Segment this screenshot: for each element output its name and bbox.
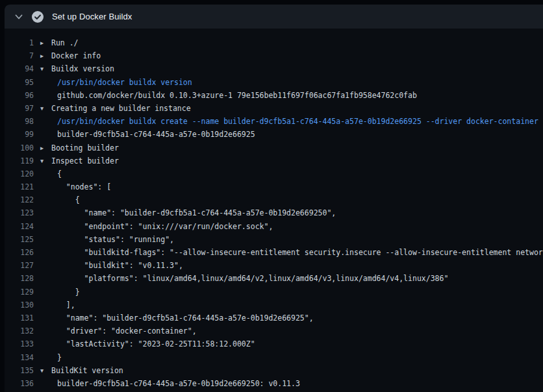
log-text: {	[57, 167, 62, 180]
log-lines: 1▶Run ./7▶Docker info94▼Buildx version95…	[5, 29, 543, 390]
log-text: "driver": "docker-container",	[57, 325, 197, 337]
line-number[interactable]: 7	[5, 49, 34, 62]
log-row: 132 "driver": "docker-container",	[5, 325, 543, 337]
group-title[interactable]: Booting builder	[51, 141, 119, 154]
log-row: 136builder-d9cfb5a1-c764-445a-a57e-0b19d…	[5, 377, 543, 390]
log-text: "nodes": [	[57, 180, 111, 193]
group-expand-icon[interactable]: ▶	[40, 49, 51, 62]
log-row: 1▶Run ./	[5, 36, 543, 49]
log-row: 95/usr/bin/docker buildx version	[5, 76, 543, 89]
line-number[interactable]: 126	[5, 246, 34, 259]
line-number[interactable]: 121	[5, 180, 34, 193]
log-row: 119▼Inspect builder	[5, 154, 543, 167]
chevron-down-icon[interactable]	[14, 12, 24, 22]
line-number[interactable]: 129	[5, 286, 34, 299]
log-text: {	[57, 193, 80, 206]
group-title[interactable]: Run ./	[51, 36, 79, 49]
log-text: "buildkit": "v0.11.3",	[57, 259, 183, 272]
log-row: 100▶Booting builder	[5, 141, 543, 154]
log-row: 7▶Docker info	[5, 49, 543, 62]
line-number[interactable]: 136	[5, 377, 34, 390]
log-row: 99builder-d9cfb5a1-c764-445a-a57e-0b19d2…	[5, 128, 543, 141]
line-number[interactable]: 1	[5, 36, 34, 49]
group-expand-icon[interactable]: ▶	[40, 141, 51, 154]
line-number[interactable]: 94	[5, 62, 34, 75]
line-number[interactable]: 134	[5, 351, 34, 364]
log-text: }	[57, 351, 62, 364]
log-text: }	[57, 286, 80, 299]
log-row: 120{	[5, 167, 543, 180]
log-text: builder-d9cfb5a1-c764-445a-a57e-0b19d2e6…	[57, 128, 255, 141]
line-number[interactable]: 124	[5, 220, 34, 233]
step-header[interactable]: Set up Docker Buildx	[5, 5, 543, 29]
log-command-text: /usr/bin/docker buildx create --name bui…	[57, 115, 538, 128]
log-row: 94▼Buildx version	[5, 62, 543, 75]
step-title: Set up Docker Buildx	[52, 12, 132, 21]
line-number[interactable]: 132	[5, 325, 34, 337]
line-number[interactable]: 131	[5, 312, 34, 325]
line-number[interactable]: 99	[5, 128, 34, 141]
log-row: 131 "name": "builder-d9cfb5a1-c764-445a-…	[5, 312, 543, 325]
log-row: 97▼Creating a new builder instance	[5, 102, 543, 115]
line-number[interactable]: 122	[5, 193, 34, 206]
log-text: "platforms": "linux/amd64,linux/amd64/v2…	[57, 272, 448, 285]
log-row: 135▼BuildKit version	[5, 364, 543, 377]
log-panel: Set up Docker Buildx 1▶Run ./7▶Docker in…	[5, 5, 543, 392]
group-collapse-icon[interactable]: ▼	[40, 364, 51, 377]
log-row: 128 "platforms": "linux/amd64,linux/amd6…	[5, 272, 543, 285]
log-row: 98/usr/bin/docker buildx create --name b…	[5, 115, 543, 128]
line-number[interactable]: 133	[5, 337, 34, 350]
line-number[interactable]: 123	[5, 206, 34, 219]
log-text: "name": "builder-d9cfb5a1-c764-445a-a57e…	[57, 312, 314, 325]
log-text: github.com/docker/buildx 0.10.3+azure-1 …	[57, 89, 417, 102]
group-title[interactable]: Docker info	[51, 49, 101, 62]
log-text: "buildkitd-flags": "--allow-insecure-ent…	[57, 246, 543, 259]
log-command-text: /usr/bin/docker buildx version	[57, 76, 192, 89]
group-collapse-icon[interactable]: ▼	[40, 62, 51, 75]
line-number[interactable]: 130	[5, 299, 34, 312]
line-number[interactable]: 120	[5, 167, 34, 180]
line-number[interactable]: 100	[5, 141, 34, 154]
log-row: 96github.com/docker/buildx 0.10.3+azure-…	[5, 89, 543, 102]
log-text: "endpoint": "unix:///var/run/docker.sock…	[57, 220, 273, 233]
line-number[interactable]: 125	[5, 233, 34, 246]
log-row: 130 ],	[5, 299, 543, 312]
line-number[interactable]: 95	[5, 76, 34, 89]
log-row: 134}	[5, 351, 543, 364]
group-title[interactable]: Buildx version	[51, 62, 114, 75]
log-row: 126 "buildkitd-flags": "--allow-insecure…	[5, 246, 543, 259]
group-collapse-icon[interactable]: ▼	[40, 154, 51, 167]
line-number[interactable]: 98	[5, 115, 34, 128]
log-text: "name": "builder-d9cfb5a1-c764-445a-a57e…	[57, 206, 336, 219]
log-row: 124 "endpoint": "unix:///var/run/docker.…	[5, 220, 543, 233]
log-row: 133 "lastActivity": "2023-02-25T11:58:12…	[5, 337, 543, 350]
group-title[interactable]: Creating a new builder instance	[51, 102, 191, 115]
line-number[interactable]: 135	[5, 364, 34, 377]
log-row: 129 }	[5, 286, 543, 299]
log-text: "lastActivity": "2023-02-25T11:58:12.000…	[57, 337, 255, 350]
log-text: "status": "running",	[57, 233, 174, 246]
log-row: 122 {	[5, 193, 543, 206]
line-number[interactable]: 96	[5, 89, 34, 102]
log-text: ],	[57, 299, 75, 312]
log-row: 123 "name": "builder-d9cfb5a1-c764-445a-…	[5, 206, 543, 219]
group-collapse-icon[interactable]: ▼	[40, 102, 51, 115]
line-number[interactable]: 127	[5, 259, 34, 272]
group-title[interactable]: Inspect builder	[51, 154, 119, 167]
log-row: 127 "buildkit": "v0.11.3",	[5, 259, 543, 272]
log-row: 125 "status": "running",	[5, 233, 543, 246]
group-expand-icon[interactable]: ▶	[40, 36, 51, 49]
check-circle-icon	[32, 11, 44, 23]
log-text: builder-d9cfb5a1-c764-445a-a57e-0b19d2e6…	[57, 377, 300, 390]
line-number[interactable]: 119	[5, 154, 34, 167]
line-number[interactable]: 128	[5, 272, 34, 285]
group-title[interactable]: BuildKit version	[51, 364, 123, 377]
line-number[interactable]: 97	[5, 102, 34, 115]
log-row: 121 "nodes": [	[5, 180, 543, 193]
